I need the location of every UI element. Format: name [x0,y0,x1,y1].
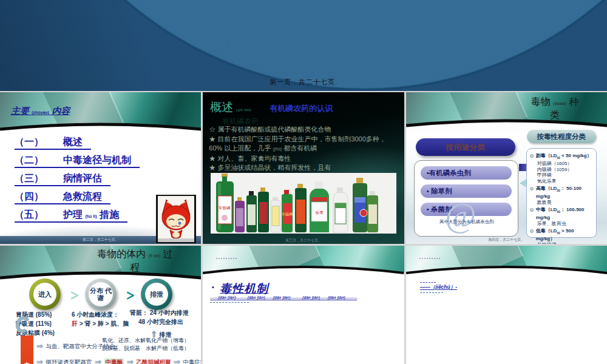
svg-text:辛硫磷: 辛硫磷 [282,212,293,217]
slide1-title-rest: 内容 [52,106,70,116]
toxicity-item-high: 高毒（LD50： 50-100 mg/kg 敌敌畏 [530,186,593,205]
slide1-title-pinyin: (zhǔyào) [32,110,49,115]
tiny-dash-line [420,282,436,283]
excretion-circle: 排泄 [141,278,172,310]
slide2-title: 概述 (gài shù) [210,101,251,113]
distribution-circle: 分布 代谢 [85,278,117,310]
slide3-footer: 第四页，共二十七页。 [406,237,607,243]
toxicity-list-box: 剧毒（LD50 < 50 mg/kg） 对硫磷（1605） 内吸磷（1059） … [526,148,597,238]
toxicity-classification-header: 按毒性程度分类 [527,130,596,143]
fox-icon [158,196,194,242]
svg-text:乐果: 乐果 [315,211,324,215]
slide3-title: 毒物 (dúwù) 种 类 [506,96,603,121]
usage-note: 其中大部分为有机磷杀虫剂 [418,219,515,225]
slide2-bullet-1: ☆ 属于有机磷酸酯或硫代磷酸酯类化合物 [209,125,399,135]
circle-bullet-icon [530,229,534,233]
agenda-item-5: （五） 护理 (hù lǐ) 措施 [15,209,127,223]
curve-separator [406,119,607,131]
hero-slide-banner: 第一页，共二十七页. [0,0,607,91]
toxicity-item-medium: 中毒（LD50： 100-500 mg/kg 乐果、敌百虫 [530,207,593,226]
slide2-title-row: 概述 (gài shù) 有机磷农药的认识 [210,99,333,115]
circle-bullet-icon [530,208,534,212]
excretion-text: 肾脏： 24 小时内排泄 48 小时完全排出 [130,308,189,326]
chevron-icon: ＞ [124,283,137,306]
usage-classification-header: 按用途分类 [416,138,515,156]
slide2-footer: 第三页，共二十七页。 [203,238,404,243]
agenda-item-1: （一） 概述 [15,136,91,150]
curve-separator [0,123,201,135]
flow-row-2: ⇒ 循环渗透至靶器官 ⇒ 中毒酶 ⇒ 乙酰胆碱积聚 ⇒ 中毒症状 [35,357,201,364]
usage-item-insecticide: •有机磷杀虫剂 [421,166,512,180]
hero-page-caption: 第一页，共二十七页. [0,78,607,87]
presentation-overview: 第一页，共二十七页. 主要 (zhǔyào) 内容 （一） 概述 （二） 中毒途… [0,0,607,364]
agenda-item-4: （四） 急救流程 [15,190,110,204]
slide4-title: 毒物的体内 (tǐ nèi) 过 程 [71,248,198,273]
svg-text:甲胺磷: 甲胺磷 [219,206,231,210]
slide6-text-stack: ——（jiěchú）- [420,281,457,294]
slide1-agenda-list: （一） 概述 （二） 中毒途径与机制 （三） 病情评估 （四） 急救流程 （五）… [15,136,140,227]
circle-bullet-icon [530,187,534,190]
circle-bullet-icon [530,154,534,158]
ach-accumulation-text: 乙酰胆碱积聚 [136,359,171,364]
bottles-illustration: 甲胺磷 [211,173,396,234]
slide2-bullet-2: ★ 目前在我国广泛应用于农业生产中，市售制剂3000多种， 60% 以上混配，几… [209,135,399,154]
faint-watermark [419,258,440,259]
slide2-bullet-4: ★ 多呈油状或结晶状，稍有挥发性，且有 [209,163,399,173]
flow-row1-mid-stack: 氧化、还原、水解 脱胺基、脱烷基 [102,337,146,352]
slide5-underline-fragment [210,302,249,303]
pesticide-bottles-photo: 甲胺磷 [211,173,396,236]
slide5-title: 毒性机制 [220,282,268,295]
slide-thumbnail-5-toxicity-mechanism[interactable]: ·毒性机制 ——(dǎn jiǎn)———(dǎn jiǎn)——(dǎn ji… [203,246,404,364]
blood-bar: 血 [21,335,33,364]
slide-thumbnail-1-main-contents[interactable]: 主要 (zhǔyào) 内容 （一） 概述 （二） 中毒途径与机制 （三） 病情… [0,92,201,244]
curve-separator [203,265,404,277]
slide-thumbnail-6[interactable]: ——（jiěchú）- [406,246,607,364]
slide2-bullet-3: ★ 对人、畜、家禽均有毒性 [209,154,399,164]
slide-thumbnail-4-in-vivo-process[interactable]: 毒物的体内 (tǐ nèi) 过 程 进入 ＞ 分布 代谢 ＞ 排泄 胃肠道 (… [0,246,201,364]
agenda-item-3: （三） 病情评估 [15,172,110,186]
usage-classification-box: •有机磷杀虫剂 • 除草剂 • 杀菌剂 @ 其中大部分为有机磷杀虫剂 [414,160,518,237]
bullet-dot: · [211,281,215,294]
at-symbol-decoration: @ [445,196,476,235]
distribution-text: 6 小时血峰浓度： 肝 > 肾 > 肺 > 肌、脑 [72,310,129,328]
slide-thumbnail-3-toxin-types[interactable]: 毒物 (dúwù) 种 类 按用途分类 •有机磷杀虫剂 • 除草剂 • 杀菌剂 … [406,92,607,244]
slide-thumbnail-2-overview[interactable]: 概述 (gài shù) 有机磷农药的认识 有机磷农药 ☆ 属于有机磷酸酯或硫代… [203,92,404,244]
agenda-item-2: （二） 中毒途径与机制 [15,154,140,168]
slide2-subtitle: 有机磷农药的认识 [270,104,333,113]
slide6-pinyin-fragment: ——（jiěchú）- [420,284,457,291]
entry-circle: 进入 [29,278,61,310]
tiny-dash-line [420,292,443,293]
chevron-icon: ＞ [68,283,81,306]
fox-cartoon-image [156,195,196,243]
slide1-title: 主要 (zhǔyào) 内容 [11,106,70,117]
poisoned-enzyme-highlight: 中毒酶 [104,359,124,364]
faint-watermark [216,258,237,259]
flow-row1-out-stack: 氧化产物（增毒） 水解产物（低毒） [146,337,189,352]
slide1-title-main: 主要 [11,106,29,116]
slide5-pinyin-line: ——(dǎn jiǎn)———(dǎn jiǎn)——(dǎn jiǎn)———… [210,295,350,300]
slide5-title-row: ·毒性机制 [211,281,268,297]
slide-thumbnail-grid: 主要 (zhǔyào) 内容 （一） 概述 （二） 中毒途径与机制 （三） 病情… [0,92,607,364]
curve-separator [406,265,607,277]
toxicity-item-extreme: 剧毒（LD50 < 50 mg/kg） 对硫磷（1605） 内吸磷（1059） … [530,153,593,184]
